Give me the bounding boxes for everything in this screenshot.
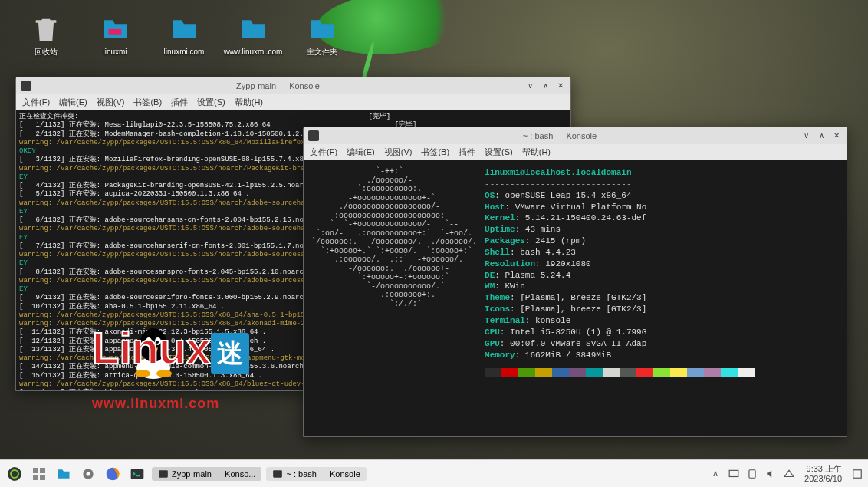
task-entry-zypp[interactable]: Zypp-main — Konso... [152,467,261,481]
clock[interactable]: 9:33 上午 2023/6/10 [801,464,845,482]
menu-bookmarks[interactable]: 书签(B) [133,97,162,108]
tray-chevron-icon[interactable]: ∧ [709,468,722,480]
menu-file[interactable]: 文件(F) [22,97,50,108]
titlebar[interactable]: Zypp-main — Konsole ∨ ∧ ✕ [16,77,570,94]
svg-rect-14 [40,475,45,480]
menu-help[interactable]: 帮助(H) [522,146,551,158]
clock-time: 9:33 上午 [804,464,842,473]
app-launcher[interactable] [5,464,25,484]
svg-rect-20 [274,470,283,477]
firefox-launcher[interactable] [103,464,123,484]
taskbar: Zypp-main — Konso... ~ : bash — Konsole … [0,459,868,487]
window-title: Zypp-main — Konsole [31,81,524,90]
menu-plugins[interactable]: 插件 [171,97,188,108]
konsole-app-icon [308,130,319,141]
menu-edit[interactable]: 编辑(E) [59,97,87,108]
tux-logo [130,326,176,380]
volume-icon[interactable] [764,468,777,480]
task-label: ~ : bash — Konsole [286,469,360,479]
konsole-app-icon [21,81,31,91]
titlebar[interactable]: ~ : bash — Konsole ∨ ∧ ✕ [304,127,847,144]
network-icon[interactable] [783,468,795,480]
close-button[interactable]: ✕ [555,81,566,91]
icon-label: www.linuxmi.com [224,48,283,56]
icon-label: linuxmi [103,48,127,56]
neofetch-colors [485,368,755,377]
desktop-icon-linuxmi-com[interactable]: linuxmi.com [161,14,207,56]
menubar: 文件(F) 编辑(E) 视图(V) 书签(B) 插件 设置(S) 帮助(H) [16,94,570,110]
settings-launcher[interactable] [78,464,98,484]
minimize-button[interactable]: ∨ [524,81,535,91]
desktop-icon-linuxmi[interactable]: linuxmi [92,14,138,56]
svg-rect-12 [40,468,45,473]
icon-label: 主文件夹 [307,48,337,56]
folder-icon [307,14,337,44]
svg-point-6 [156,341,159,344]
svg-point-7 [135,370,150,377]
konsole-window-bash[interactable]: ~ : bash — Konsole ∨ ∧ ✕ 文件(F) 编辑(E) 视图(… [303,127,847,437]
svg-rect-21 [729,470,738,476]
neofetch-userhost: linuxmi@localhost.localdomain [485,167,755,179]
menu-view[interactable]: 视图(V) [384,146,413,158]
task-entry-bash[interactable]: ~ : bash — Konsole [266,467,366,481]
show-desktop-button[interactable] [851,468,863,480]
neofetch-info: linuxmi@localhost.localdomain ----------… [485,167,755,377]
trash-icon [31,14,61,44]
desktop-icon-trash[interactable]: 回收站 [23,14,69,56]
folder-icon [238,14,268,44]
neofetch-dashes: ----------------------------- [485,179,755,190]
desktop-icon-www-linuxmi[interactable]: www.linuxmi.com [230,14,276,56]
svg-rect-13 [33,475,38,480]
maximize-button[interactable]: ∧ [816,130,827,141]
minimize-button[interactable]: ∨ [801,130,811,141]
task-label: Zypp-main — Konso... [172,469,255,479]
desktop-icons: 回收站 linuxmi linuxmi.com www.linuxmi.com … [23,14,345,56]
icon-label: linuxmi.com [164,48,205,56]
menu-file[interactable]: 文件(F) [310,146,337,158]
menu-settings[interactable]: 设置(S) [197,97,225,108]
neofetch-logo: `-++:` ./oooooo/- `:oooooooooo:. -+ooooo… [311,167,477,377]
konsole-launcher[interactable] [127,464,147,484]
svg-point-8 [156,370,172,377]
dolphin-launcher[interactable] [54,464,74,484]
svg-point-16 [87,472,90,475]
svg-point-2 [140,328,167,362]
system-tray: ∧ 9:33 上午 2023/6/10 [709,464,863,482]
menu-plugins[interactable]: 插件 [459,146,475,158]
svg-point-9 [8,467,21,481]
icon-label: 回收站 [35,48,58,56]
menubar: 文件(F) 编辑(E) 视图(V) 书签(B) 插件 设置(S) 帮助(H) [304,144,847,160]
taskview-button[interactable] [29,464,49,484]
menu-bookmarks[interactable]: 书签(B) [421,146,449,158]
folder-icon [169,14,199,44]
window-title: ~ : bash — Konsole [319,131,801,140]
svg-rect-11 [33,468,38,473]
close-button[interactable]: ✕ [831,130,842,141]
maximize-button[interactable]: ∧ [540,81,551,91]
menu-settings[interactable]: 设置(S) [485,146,513,158]
desktop-icon-home[interactable]: 主文件夹 [299,14,345,56]
menu-help[interactable]: 帮助(H) [235,97,263,108]
folder-icon [100,14,130,44]
display-icon[interactable] [728,468,740,480]
clipboard-icon[interactable] [746,468,758,480]
menu-edit[interactable]: 编辑(E) [347,146,375,158]
svg-rect-18 [131,469,144,479]
terminal-output[interactable]: `-++:` ./oooooo/- `:oooooooooo:. -+ooooo… [304,160,847,436]
svg-rect-0 [109,29,122,35]
svg-point-4 [148,341,151,344]
clock-date: 2023/6/10 [804,474,842,483]
svg-rect-22 [749,469,755,478]
svg-rect-23 [853,469,862,478]
svg-rect-19 [159,470,168,477]
menu-view[interactable]: 视图(V) [97,97,125,108]
